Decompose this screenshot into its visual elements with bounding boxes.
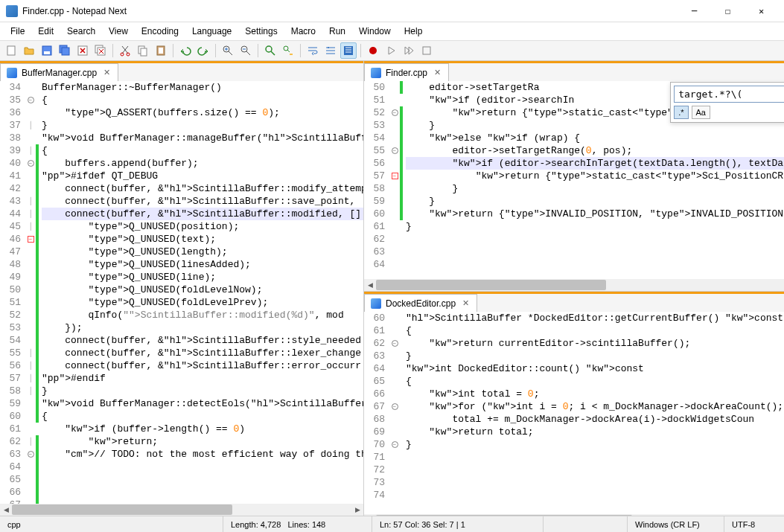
code-area[interactable]: BufferManager::~BufferManager(){ "type">… xyxy=(39,81,363,504)
menu-help[interactable]: Help xyxy=(398,24,429,39)
save-all-icon[interactable] xyxy=(57,42,73,59)
menu-edit[interactable]: Edit xyxy=(32,24,60,39)
toolbar xyxy=(0,40,784,61)
regex-toggle[interactable]: .* xyxy=(674,106,688,119)
menu-view[interactable]: View xyxy=(103,24,134,39)
copy-icon[interactable] xyxy=(135,42,151,59)
tab-label: Finder.cpp xyxy=(386,68,427,78)
status-language: cpp xyxy=(0,516,223,532)
file-icon xyxy=(371,298,381,309)
line-gutter[interactable]: 34 35 36 37 38 39 40 41 42 43 44 45 46 4… xyxy=(0,81,25,504)
status-eol[interactable]: Windows (CR LF) xyxy=(628,516,724,532)
close-file-icon[interactable] xyxy=(74,42,91,59)
status-encoding[interactable]: UTF-8 xyxy=(724,516,784,532)
menu-window[interactable]: Window xyxy=(353,24,397,39)
window-buttons: ─ ☐ ✕ xyxy=(678,1,778,22)
titlebar: Finder.cpp - Notepad Next ─ ☐ ✕ xyxy=(0,0,784,22)
scroll-left-icon[interactable]: ◀ xyxy=(0,504,12,516)
svg-rect-0 xyxy=(7,46,15,55)
search-input[interactable] xyxy=(674,86,784,103)
svg-rect-21 xyxy=(423,47,430,54)
right-bottom-hscroll[interactable]: ◀ ▶ xyxy=(364,514,784,516)
svg-point-20 xyxy=(369,47,377,54)
close-all-icon[interactable] xyxy=(92,42,109,59)
left-editor[interactable]: 34 35 36 37 38 39 40 41 42 43 44 45 46 4… xyxy=(0,81,363,504)
fold-gutter[interactable]: − − − xyxy=(389,312,400,514)
close-button[interactable]: ✕ xyxy=(745,1,778,22)
fold-gutter[interactable]: − − − xyxy=(389,81,400,279)
menu-encoding[interactable]: Encoding xyxy=(136,24,185,39)
status-spacer xyxy=(544,516,628,532)
wordwrap-icon[interactable] xyxy=(305,42,321,59)
scroll-right-icon[interactable]: ▶ xyxy=(351,504,363,516)
main-area: BufferManager.cpp ✕ 34 35 36 37 38 39 40… xyxy=(0,61,784,516)
svg-rect-13 xyxy=(159,48,163,54)
tab-label: BufferManager.cpp xyxy=(22,68,97,78)
menu-macro[interactable]: Macro xyxy=(285,24,322,39)
close-tab-icon[interactable]: ✕ xyxy=(101,68,112,78)
save-icon[interactable] xyxy=(39,42,55,59)
menu-language[interactable]: Language xyxy=(186,24,238,39)
paste-icon[interactable] xyxy=(153,42,169,59)
close-tab-icon[interactable]: ✕ xyxy=(432,68,442,78)
zoom-out-icon[interactable] xyxy=(238,42,254,59)
svg-rect-4 xyxy=(62,48,69,55)
tab-dockededitor[interactable]: DockedEditor.cpp ✕ xyxy=(364,294,477,312)
left-tabbar: BufferManager.cpp ✕ xyxy=(0,61,363,81)
indent-guides-icon[interactable] xyxy=(340,42,357,59)
file-icon xyxy=(371,68,381,78)
svg-point-18 xyxy=(328,47,329,48)
new-file-icon[interactable] xyxy=(3,42,19,59)
status-position: Ln: 57 Col: 36 Sel: 7 | 1 xyxy=(372,516,544,532)
right-top-hscroll[interactable]: ◀ ▶ xyxy=(364,279,784,291)
line-gutter[interactable]: 60 61 62 63 64 65 66 67 68 69 70 71 72 7… xyxy=(364,312,389,514)
minimize-button[interactable]: ─ xyxy=(678,1,711,22)
maximize-button[interactable]: ☐ xyxy=(711,1,745,22)
code-area[interactable]: "hl">ScintillaBuffer *DockedEditor::getC… xyxy=(403,312,784,514)
zoom-in-icon[interactable] xyxy=(220,42,236,59)
svg-rect-11 xyxy=(141,48,147,56)
replace-icon[interactable] xyxy=(280,42,296,59)
app-icon xyxy=(6,5,18,17)
line-gutter[interactable]: 50 51 52 53 54 55 56 57 58 59 60 61 62 6… xyxy=(364,81,389,279)
menu-search[interactable]: Search xyxy=(61,24,101,39)
left-hscroll[interactable]: ◀ ▶ xyxy=(0,504,363,516)
right-bottom-editor[interactable]: 60 61 62 63 64 65 66 67 68 69 70 71 72 7… xyxy=(364,312,784,514)
window-title: Finder.cpp - Notepad Next xyxy=(22,6,678,16)
save-macro-icon[interactable] xyxy=(418,42,435,59)
search-panel: ✕ .* Aa xyxy=(670,82,784,123)
menu-file[interactable]: File xyxy=(4,24,31,39)
statusbar: cpp Length: 4,728 Lines: 148 Ln: 57 Col:… xyxy=(0,516,784,532)
cut-icon[interactable] xyxy=(117,42,133,59)
right-top-tabbar: Finder.cpp ✕ xyxy=(364,61,784,81)
tab-label: DockedEditor.cpp xyxy=(386,298,456,309)
right-top-pane: Finder.cpp ✕ 50 51 52 53 54 55 56 57 58 … xyxy=(364,61,784,292)
play-macro-icon[interactable] xyxy=(383,42,399,59)
tab-buffermanager[interactable]: BufferManager.cpp ✕ xyxy=(0,63,118,81)
left-pane: BufferManager.cpp ✕ 34 35 36 37 38 39 40… xyxy=(0,61,364,516)
tab-finder[interactable]: Finder.cpp ✕ xyxy=(364,63,449,81)
close-tab-icon[interactable]: ✕ xyxy=(460,298,471,309)
right-pane: Finder.cpp ✕ 50 51 52 53 54 55 56 57 58 … xyxy=(364,61,784,516)
menubar: File Edit Search View Encoding Language … xyxy=(0,22,784,40)
menu-run[interactable]: Run xyxy=(323,24,351,39)
run-multiple-icon[interactable] xyxy=(401,42,417,59)
svg-point-16 xyxy=(266,46,272,52)
svg-rect-2 xyxy=(44,51,50,54)
scroll-left-icon[interactable]: ◀ xyxy=(364,279,376,291)
whitespace-icon[interactable] xyxy=(322,42,339,59)
status-length: Length: 4,728 Lines: 148 xyxy=(223,516,372,532)
right-bottom-tabbar: DockedEditor.cpp ✕ xyxy=(364,292,784,312)
open-file-icon[interactable] xyxy=(21,42,37,59)
menu-settings[interactable]: Settings xyxy=(239,24,283,39)
case-toggle[interactable]: Aa xyxy=(692,106,710,119)
fold-gutter[interactable]: − │ │− │││− ││││ │− xyxy=(25,81,36,504)
redo-icon[interactable] xyxy=(195,42,211,59)
find-icon[interactable] xyxy=(262,42,278,59)
undo-icon[interactable] xyxy=(177,42,194,59)
right-bottom-pane: DockedEditor.cpp ✕ 60 61 62 63 64 65 66 … xyxy=(364,292,784,516)
record-macro-icon[interactable] xyxy=(365,42,381,59)
file-icon xyxy=(7,68,17,78)
